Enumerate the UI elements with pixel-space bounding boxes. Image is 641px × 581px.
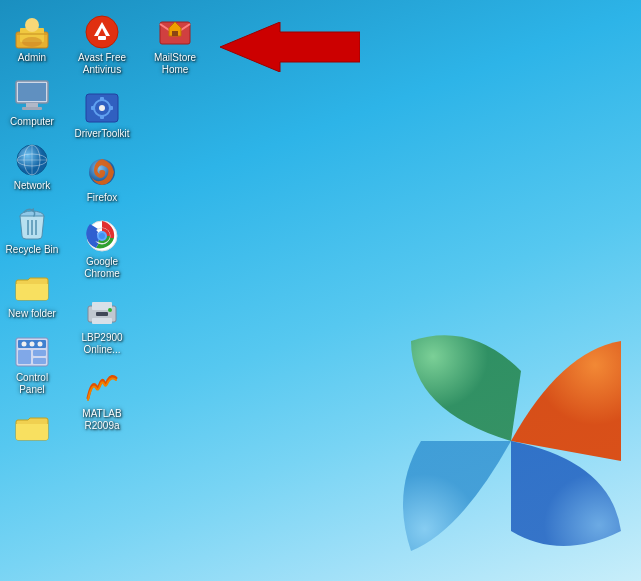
driver-toolkit-icon[interactable]: DriverToolkit xyxy=(70,86,134,144)
desktop: Admin Computer xyxy=(0,0,641,581)
svg-point-45 xyxy=(108,308,112,312)
svg-rect-9 xyxy=(22,107,42,110)
network-label: Network xyxy=(14,180,51,192)
svg-point-4 xyxy=(25,18,39,32)
admin-icon-img xyxy=(14,14,50,50)
avast-label: Avast Free Antivirus xyxy=(72,52,132,76)
svg-rect-21 xyxy=(18,350,31,364)
firefox-icon[interactable]: Firefox xyxy=(70,150,134,208)
desktop-icon-column-2: Avast Free Antivirus DriverToolkit xyxy=(70,10,134,450)
control-panel-icon[interactable]: Control Panel xyxy=(0,330,64,400)
svg-point-24 xyxy=(22,342,27,347)
svg-rect-22 xyxy=(33,350,46,356)
lbp2900-icon-img xyxy=(84,294,120,330)
driver-toolkit-label: DriverToolkit xyxy=(74,128,129,140)
svg-rect-33 xyxy=(100,115,104,119)
bottom-icon-1-img xyxy=(14,410,50,446)
svg-rect-3 xyxy=(17,33,47,35)
mailstore-icon[interactable] xyxy=(70,16,134,24)
control-panel-icon-img xyxy=(14,334,50,370)
firefox-label: Firefox xyxy=(87,192,118,204)
svg-point-31 xyxy=(99,105,105,111)
new-folder-label: New folder xyxy=(8,308,56,320)
matlab-icon[interactable]: MATLAB R2009a xyxy=(70,366,134,436)
computer-label: Computer xyxy=(10,116,54,128)
svg-rect-23 xyxy=(33,358,46,364)
recycle-bin-icon[interactable]: Recycle Bin xyxy=(0,202,64,260)
firefox-icon-img xyxy=(84,154,120,190)
svg-rect-47 xyxy=(172,31,178,36)
admin-icon[interactable]: Admin xyxy=(0,10,64,68)
computer-icon-img xyxy=(14,78,50,114)
matlab-label: MATLAB R2009a xyxy=(72,408,132,432)
new-folder-icon[interactable]: New folder xyxy=(0,266,64,324)
chrome-label: Google Chrome xyxy=(72,256,132,280)
driver-toolkit-icon-img xyxy=(84,90,120,126)
new-folder-icon-img xyxy=(14,270,50,306)
computer-desktop-icon[interactable]: Computer xyxy=(0,74,64,132)
svg-rect-28 xyxy=(98,36,106,40)
recycle-bin-label: Recycle Bin xyxy=(6,244,59,256)
svg-rect-32 xyxy=(100,97,104,101)
bottom-icon-1[interactable] xyxy=(0,406,64,452)
mailstore-home-icon[interactable]: MailStore Home xyxy=(143,10,207,80)
arrow-annotation xyxy=(200,22,360,72)
svg-rect-7 xyxy=(18,83,46,101)
admin-label: Admin xyxy=(18,52,46,64)
svg-rect-44 xyxy=(96,312,108,316)
svg-rect-35 xyxy=(109,106,113,110)
svg-rect-43 xyxy=(92,318,112,324)
svg-point-40 xyxy=(99,233,105,239)
svg-rect-8 xyxy=(26,103,38,107)
mailstore-home-label: MailStore Home xyxy=(145,52,205,76)
matlab-icon-img xyxy=(84,370,120,406)
network-icon-img xyxy=(14,142,50,178)
svg-point-5 xyxy=(22,37,42,47)
control-panel-label: Control Panel xyxy=(2,372,62,396)
recycle-bin-icon-img xyxy=(14,206,50,242)
svg-marker-0 xyxy=(220,22,360,72)
lbp2900-label: LBP2900 Online... xyxy=(72,332,132,356)
windows-logo xyxy=(401,331,621,551)
svg-point-25 xyxy=(30,342,35,347)
desktop-icon-column-1: Admin Computer xyxy=(0,10,64,452)
lbp2900-icon[interactable]: LBP2900 Online... xyxy=(70,290,134,360)
svg-rect-34 xyxy=(91,106,95,110)
svg-point-26 xyxy=(38,342,43,347)
chrome-icon-img xyxy=(84,218,120,254)
network-desktop-icon[interactable]: Network xyxy=(0,138,64,196)
mailstore-home-icon-img xyxy=(157,14,193,50)
chrome-icon[interactable]: Google Chrome xyxy=(70,214,134,284)
